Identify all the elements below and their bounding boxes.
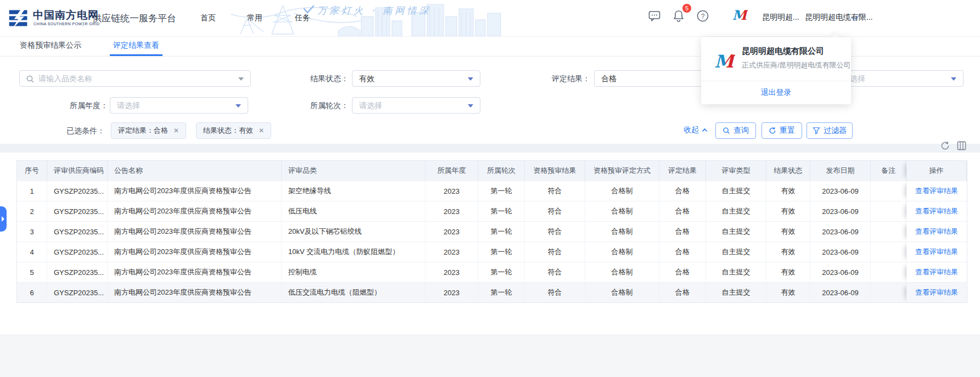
cell-year: 2023: [425, 201, 478, 221]
company-full-name: 昆明明超电缆有限公司: [742, 46, 824, 57]
selected-condition-chips: 评定结果：合格 ✕ 结果状态：有效 ✕: [111, 122, 271, 139]
col-date: 发布日期: [810, 161, 871, 181]
header-divider: [82, 9, 83, 27]
cell-method: 合格制: [585, 283, 659, 302]
filter-button[interactable]: 过滤器: [807, 122, 853, 139]
cell-remark: [871, 181, 906, 201]
cell-code: GYSZP20235...: [47, 181, 108, 201]
company-avatar[interactable]: M: [731, 7, 748, 24]
cell-category: 10kV 交流电力电缆（防蚁阻燃型）: [282, 242, 425, 262]
message-icon[interactable]: [648, 9, 661, 22]
nav-item-tasks[interactable]: 任务: [295, 13, 310, 23]
cell-prequal: 符合: [525, 242, 585, 262]
reset-button[interactable]: 重置: [761, 122, 802, 139]
cell-action: 查看评审结果: [906, 283, 967, 302]
cell-status: 有效: [766, 283, 810, 302]
cell-status: 有效: [766, 242, 810, 262]
collapse-filters-button[interactable]: 收起: [684, 125, 708, 135]
view-result-link[interactable]: 查看评审结果: [915, 227, 958, 237]
query-button[interactable]: 查询: [715, 122, 756, 139]
tab-evaluation-results[interactable]: 评定结果查看: [110, 36, 163, 56]
cell-prequal: 符合: [525, 201, 585, 221]
notification-badge: 5: [682, 4, 691, 13]
cell-status: 有效: [766, 181, 810, 201]
cell-date: 2023-06-09: [810, 262, 871, 282]
extra-filter-select[interactable]: 请选择: [835, 70, 964, 87]
result-status-select[interactable]: 有效: [352, 70, 480, 87]
year-select[interactable]: 请选择: [110, 97, 248, 114]
column-settings-icon[interactable]: [956, 140, 967, 151]
col-result: 评定结果: [659, 161, 706, 181]
round-select[interactable]: 请选择: [352, 97, 480, 114]
table-row: 5GYSZP20235...南方电网公司2023年度供应商资格预审公告控制电缆2…: [17, 262, 967, 282]
view-result-link[interactable]: 查看评审结果: [915, 267, 958, 277]
view-result-link[interactable]: 查看评审结果: [915, 186, 958, 196]
year-placeholder: 请选择: [117, 101, 140, 110]
chevron-down-icon: [951, 77, 956, 81]
cell-result: 合格: [659, 201, 706, 221]
cell-remark: [871, 262, 906, 282]
col-review_type: 评审类型: [706, 161, 766, 181]
cell-action: 查看评审结果: [906, 262, 967, 282]
nav-item-home[interactable]: 首页: [200, 13, 216, 23]
filter-label: 过滤器: [824, 126, 847, 136]
cell-status: 有效: [766, 201, 810, 221]
search-icon: [26, 75, 35, 83]
cell-year: 2023: [425, 283, 478, 302]
table-row: 2GYSZP20235...南方电网公司2023年度供应商资格预审公告低压电线2…: [17, 201, 967, 221]
user-name-short[interactable]: 昆明明超...: [762, 13, 799, 22]
cell-result: 合格: [659, 181, 706, 201]
chevron-down-icon: [468, 104, 473, 108]
header-slogan: 万家灯火 · 南网情深: [317, 4, 431, 17]
cell-notice: 南方电网公司2023年度供应商资格预审公告: [108, 262, 282, 282]
help-icon[interactable]: ?: [696, 9, 709, 22]
table-row: 4GYSZP20235...南方电网公司2023年度供应商资格预审公告10kV …: [17, 241, 967, 262]
logout-button[interactable]: 退出登录: [701, 81, 851, 104]
view-result-link[interactable]: 查看评审结果: [915, 206, 958, 216]
refresh-table-icon[interactable]: [940, 140, 950, 151]
view-result-link[interactable]: 查看评审结果: [915, 288, 958, 297]
remove-chip-icon[interactable]: ✕: [173, 127, 179, 134]
page-footer-area: [0, 335, 980, 377]
company-name-short[interactable]: 昆明明超电缆有限...: [805, 13, 873, 22]
nav-item-common[interactable]: 常用: [247, 13, 262, 23]
evaluation-result-value: 合格: [601, 74, 617, 83]
collapse-label: 收起: [684, 125, 699, 135]
category-search-select[interactable]: 请输入品类名称: [19, 70, 251, 87]
table-row: 3GYSZP20235...南方电网公司2023年度供应商资格预审公告20kV及…: [17, 221, 967, 241]
results-section: 序号评审供应商编码公告名称评审品类所属年度所属轮次资格预审结果资格预审评定方式评…: [0, 153, 980, 335]
cell-round: 第一轮: [478, 242, 525, 262]
csg-logo-icon: [8, 7, 30, 29]
cell-round: 第一轮: [478, 201, 525, 221]
chevron-down-icon: [236, 104, 241, 108]
logo-title-en: CHINA SOUTHERN POWER GRID: [33, 22, 99, 26]
tab-prequalification-results[interactable]: 资格预审结果公示: [16, 36, 85, 56]
cell-date: 2023-06-09: [810, 283, 871, 302]
app-header: 万家灯火 · 南网情深 中国南方电网 CHINA SOUTHERN POWER …: [0, 0, 980, 37]
cell-round: 第一轮: [478, 222, 525, 241]
cell-prequal: 符合: [525, 222, 585, 241]
cell-action: 查看评审结果: [906, 222, 967, 241]
round-label: 所属轮次：: [287, 97, 349, 114]
query-label: 查询: [733, 126, 749, 136]
cell-result: 合格: [659, 262, 706, 282]
logo-title-cn: 中国南方电网: [33, 8, 99, 22]
cell-seq: 3: [17, 222, 47, 241]
view-result-link[interactable]: 查看评审结果: [915, 247, 958, 257]
cell-code: GYSZP20235...: [47, 242, 108, 262]
cell-category: 控制电缆: [282, 262, 425, 282]
cell-prequal: 符合: [525, 262, 585, 282]
cell-method: 合格制: [585, 262, 659, 282]
results-table: 序号评审供应商编码公告名称评审品类所属年度所属轮次资格预审结果资格预审评定方式评…: [16, 160, 967, 303]
cell-date: 2023-06-09: [810, 222, 871, 241]
table-toolbar: [940, 140, 967, 151]
cell-notice: 南方电网公司2023年度供应商资格预审公告: [108, 222, 282, 241]
chip-evaluation-result: 评定结果：合格 ✕: [111, 122, 186, 139]
side-drawer-handle[interactable]: [0, 206, 7, 232]
chip-result-status: 结果状态：有效 ✕: [196, 122, 271, 139]
col-remark: 备注: [871, 161, 906, 181]
round-placeholder: 请选择: [359, 101, 382, 110]
cell-action: 查看评审结果: [906, 181, 967, 201]
col-year: 所属年度: [425, 161, 478, 181]
remove-chip-icon[interactable]: ✕: [259, 127, 264, 134]
